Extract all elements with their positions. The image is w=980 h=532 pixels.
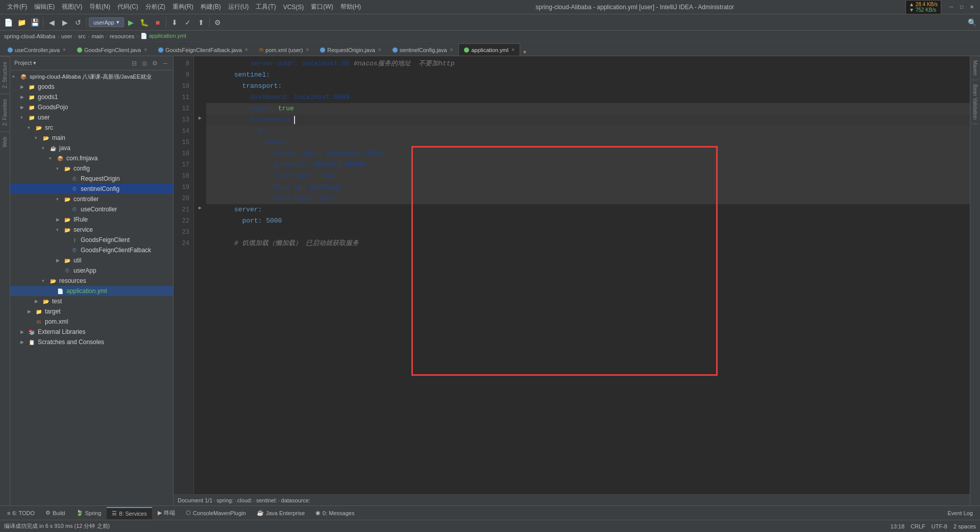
indent-indicator[interactable]: 2 spaces [953,523,976,529]
git-push-button[interactable]: ⬆ [195,16,207,29]
tree-main[interactable]: ▾ 📂 main [10,133,173,143]
open-button[interactable]: 📁 [15,16,28,29]
bc-src[interactable]: src [78,33,86,39]
bean-validation-tab[interactable]: Bean Validation [971,80,979,124]
settings-button[interactable]: ⚙ [212,16,224,29]
tree-userapp[interactable]: © userApp [10,265,173,276]
tree-src[interactable]: ▾ 📂 src [10,123,173,133]
tree-com-fmjava[interactable]: ▾ 📦 com.fmjava [10,153,173,163]
collapse-all-button[interactable]: ⊟ [130,59,138,67]
bc-project[interactable]: spring-cloud-Alibaba [4,33,55,39]
build-tab[interactable]: ⚙ Build [40,507,70,519]
locate-file-button[interactable]: ◎ [140,59,149,67]
maven-tab[interactable]: Maven [971,56,979,80]
menu-view[interactable]: 视图(V) [59,2,85,12]
stop-button[interactable]: ■ [152,16,164,29]
structure-panel-tab[interactable]: Z: Structure [0,56,10,93]
menu-file[interactable]: 文件(F) [4,2,30,12]
tree-goodspojo[interactable]: ▶ 📁 GoodsPojo [10,102,173,112]
bc-resources[interactable]: resources [110,33,134,39]
project-tree[interactable]: ▾ 📦 spring-cloud-Alibaba 八\课课-高新强/JavaEE… [10,70,173,505]
spring-tab[interactable]: 🍃 Spring [71,507,107,519]
web-panel-tab[interactable]: Web [0,131,10,152]
menu-nav[interactable]: 导航(N) [86,2,113,12]
tree-user[interactable]: ▾ 📁 user [10,112,173,123]
messages-tab[interactable]: ◉ 0: Messages [310,507,359,519]
refresh-button[interactable]: ↺ [72,16,84,29]
menu-build[interactable]: 构建(B) [198,2,224,12]
javaee-tab[interactable]: ☕ Java Enterprise [252,507,310,519]
tree-usecontroller[interactable]: © useController [10,204,173,214]
event-log-tab[interactable]: Event Log [942,507,978,519]
tree-service[interactable]: ▾ 📂 service [10,225,173,235]
line-col-indicator[interactable]: 13:18 [891,523,905,529]
tree-irule[interactable]: ▶ 📂 IRule [10,214,173,225]
tab-close-icon[interactable]: × [450,47,453,53]
tree-applicationyml[interactable]: 📄 application.yml [10,286,173,296]
bc-file[interactable]: 📄 application.yml [140,33,186,39]
tab-applicationyml[interactable]: application.yml × [458,43,520,56]
window-controls[interactable]: ─ □ ✕ [947,3,976,11]
tree-root[interactable]: ▾ 📦 spring-cloud-Alibaba 八\课课-高新强/JavaEE… [10,71,173,82]
tree-goodsfeignfallback[interactable]: © GoodsFeignClientFalback [10,245,173,255]
git-commit-button[interactable]: ✓ [182,16,194,29]
services-tab[interactable]: ☰ 8: Services [107,507,152,519]
consolemaven-tab[interactable]: ⬡ ConsoleMavenPlugin [181,507,251,519]
tree-requestorigin[interactable]: © RequestOrigin [10,174,173,184]
menu-vcs[interactable]: VCS(S) [280,3,307,12]
tree-ext-libs[interactable]: ▶ 📚 External Libraries [10,327,173,337]
menu-tools[interactable]: 工具(T) [253,2,279,12]
tab-pomxml[interactable]: m pom.xml (user) × [254,43,315,56]
tree-goodsfeignclient[interactable]: Ⅰ GoodsFeignClient [10,235,173,245]
tree-controller[interactable]: ▾ 📂 controller [10,194,173,204]
tab-goodsfeignfallback[interactable]: GoodsFeignClientFalback.java × [153,43,254,56]
tree-config[interactable]: ▾ 📂 config [10,163,173,174]
tree-test[interactable]: ▶ 📂 test [10,296,173,306]
todo-tab[interactable]: ≡ 6: TODO [2,507,40,519]
code-content[interactable]: server-addr: localhost:80 #nacos服务的地址 不要… [206,56,970,494]
ebc-doc[interactable]: Document 1/1 [178,497,212,503]
terminal-tab[interactable]: ▶ 终端 [153,507,180,519]
bc-main[interactable]: main [91,33,104,39]
encoding-indicator[interactable]: UTF-8 [932,523,947,529]
run-button[interactable]: ▶ [125,16,137,29]
ebc-cloud[interactable]: cloud: [237,497,252,503]
save-button[interactable]: 💾 [29,16,41,29]
tree-target[interactable]: ▶ 📁 target [10,306,173,317]
tab-usecontroller[interactable]: useController.java × [2,43,71,56]
more-tabs-button[interactable]: ▾ [521,49,528,56]
forward-button[interactable]: ▶ [59,16,71,29]
tab-goodsfeignclient[interactable]: GoodsFeignClient.java × [71,43,153,56]
ebc-datasource[interactable]: datasource: [281,497,310,503]
new-file-button[interactable]: 📄 [2,16,14,29]
tab-sentinelconfig[interactable]: sentinelConfig.java × [387,43,459,56]
tab-close-icon[interactable]: × [63,47,66,53]
menu-analyze[interactable]: 分析(Z) [142,2,168,12]
search-everywhere-button[interactable]: 🔍 [966,16,978,29]
menu-help[interactable]: 帮助(H) [337,2,364,12]
tab-close-icon[interactable]: × [511,47,514,53]
back-button[interactable]: ◀ [45,16,58,29]
menu-code[interactable]: 代码(C) [114,2,141,12]
menu-refactor[interactable]: 重构(R) [169,2,197,12]
project-panel-actions[interactable]: ⊟ ◎ ⚙ ─ [130,59,169,67]
close-button[interactable]: ✕ [968,3,976,11]
menu-window[interactable]: 窗口(W) [308,2,336,12]
tab-close-icon[interactable]: × [378,47,381,53]
restore-button[interactable]: □ [958,3,966,11]
git-update-button[interactable]: ⬇ [168,16,181,29]
hide-panel-button[interactable]: ─ [161,59,169,67]
menu-bar[interactable]: 文件(F) 编辑(E) 视图(V) 导航(N) 代码(C) 分析(Z) 重构(R… [4,2,364,12]
favorites-panel-tab[interactable]: 2: Favorites [0,93,10,131]
menu-run[interactable]: 运行(U) [225,2,252,12]
menu-edit[interactable]: 编辑(E) [31,2,58,12]
run-config-selector[interactable]: userApp ▾ [89,17,124,27]
ebc-sentinel[interactable]: sentinel: [256,497,277,503]
minimize-button[interactable]: ─ [947,3,955,11]
crlf-indicator[interactable]: CRLF [911,523,925,529]
tree-pomxml[interactable]: m pom.xml [10,317,173,327]
debug-button[interactable]: 🐛 [138,16,151,29]
project-settings-button[interactable]: ⚙ [151,59,159,67]
ebc-spring[interactable]: spring: [216,497,233,503]
bc-user[interactable]: user [61,33,72,39]
